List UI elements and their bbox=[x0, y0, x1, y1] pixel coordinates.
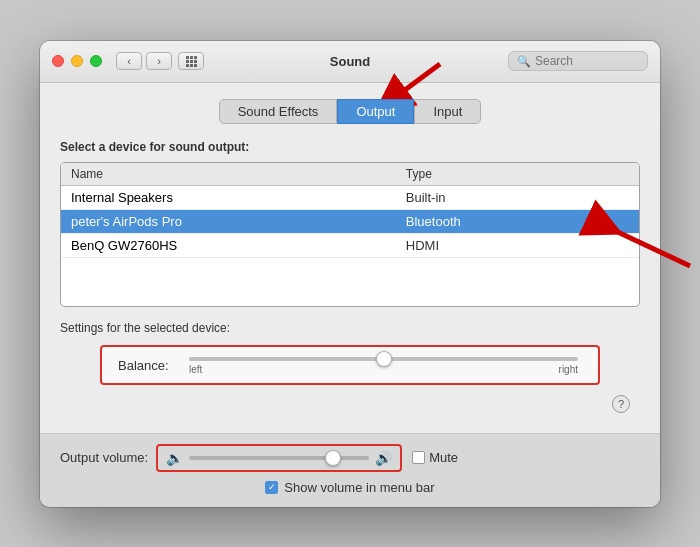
close-button[interactable] bbox=[52, 55, 64, 67]
titlebar: ‹ › Sound 🔍 bbox=[40, 41, 660, 83]
device-section-title: Select a device for sound output: bbox=[60, 140, 640, 154]
balance-box: Balance: left right bbox=[100, 345, 600, 385]
mute-row: Mute bbox=[412, 450, 458, 465]
mute-checkbox[interactable] bbox=[412, 451, 425, 464]
tab-output[interactable]: Output bbox=[337, 99, 414, 124]
window-title: Sound bbox=[330, 54, 370, 69]
forward-button[interactable]: › bbox=[146, 52, 172, 70]
main-window: ‹ › Sound 🔍 Sound Effects bbox=[40, 41, 660, 507]
table-row[interactable]: Internal Speakers Built-in bbox=[61, 186, 639, 210]
balance-slider[interactable]: left right bbox=[185, 357, 582, 375]
balance-right-label: right bbox=[559, 364, 578, 375]
nav-buttons: ‹ › bbox=[116, 52, 172, 70]
volume-slider[interactable] bbox=[189, 456, 369, 460]
balance-left-label: left bbox=[189, 364, 202, 375]
table-header: Name Type bbox=[61, 163, 639, 186]
traffic-lights bbox=[52, 55, 102, 67]
show-volume-checkbox[interactable]: ✓ bbox=[265, 481, 278, 494]
balance-label: Balance: bbox=[118, 358, 173, 373]
volume-high-icon: 🔊 bbox=[375, 450, 392, 466]
tab-sound-effects[interactable]: Sound Effects bbox=[219, 99, 338, 124]
device-name: Internal Speakers bbox=[71, 190, 406, 205]
show-volume-row: ✓ Show volume in menu bar bbox=[60, 480, 640, 495]
bottom-bar: Output volume: 🔈 🔊 Mute ✓ Show volume in… bbox=[40, 433, 660, 507]
table-blank-area bbox=[61, 258, 639, 306]
balance-track bbox=[189, 357, 578, 361]
minimize-button[interactable] bbox=[71, 55, 83, 67]
volume-row: Output volume: 🔈 🔊 Mute bbox=[60, 444, 640, 472]
search-bar[interactable]: 🔍 bbox=[508, 51, 648, 71]
help-row: ? bbox=[60, 395, 640, 421]
device-type: Built-in bbox=[406, 190, 629, 205]
volume-low-icon: 🔈 bbox=[166, 450, 183, 466]
mute-label: Mute bbox=[429, 450, 458, 465]
tabs-container: Sound Effects Output Input bbox=[60, 99, 640, 124]
device-name: peter's AirPods Pro bbox=[71, 214, 406, 229]
zoom-button[interactable] bbox=[90, 55, 102, 67]
grid-icon bbox=[186, 56, 197, 67]
volume-thumb[interactable] bbox=[325, 450, 341, 466]
device-type: HDMI bbox=[406, 238, 629, 253]
back-button[interactable]: ‹ bbox=[116, 52, 142, 70]
volume-box: 🔈 🔊 bbox=[156, 444, 402, 472]
table-row[interactable]: peter's AirPods Pro Bluetooth bbox=[61, 210, 639, 234]
content-area: Sound Effects Output Input Select a devi… bbox=[40, 83, 660, 433]
grid-button[interactable] bbox=[178, 52, 204, 70]
device-table: Name Type Internal Speakers Built-in pet… bbox=[60, 162, 640, 307]
balance-thumb[interactable] bbox=[376, 351, 392, 367]
search-icon: 🔍 bbox=[517, 55, 531, 68]
table-row[interactable]: BenQ GW2760HS HDMI bbox=[61, 234, 639, 258]
tab-input[interactable]: Input bbox=[414, 99, 481, 124]
volume-label: Output volume: bbox=[60, 450, 148, 465]
col-header-type: Type bbox=[406, 167, 629, 181]
settings-section-title: Settings for the selected device: bbox=[60, 321, 640, 335]
help-button[interactable]: ? bbox=[612, 395, 630, 413]
device-name: BenQ GW2760HS bbox=[71, 238, 406, 253]
balance-row: Balance: left right bbox=[118, 357, 582, 375]
col-header-name: Name bbox=[71, 167, 406, 181]
balance-fill bbox=[189, 357, 384, 361]
search-input[interactable] bbox=[535, 54, 639, 68]
device-type: Bluetooth bbox=[406, 214, 629, 229]
show-volume-label: Show volume in menu bar bbox=[284, 480, 434, 495]
